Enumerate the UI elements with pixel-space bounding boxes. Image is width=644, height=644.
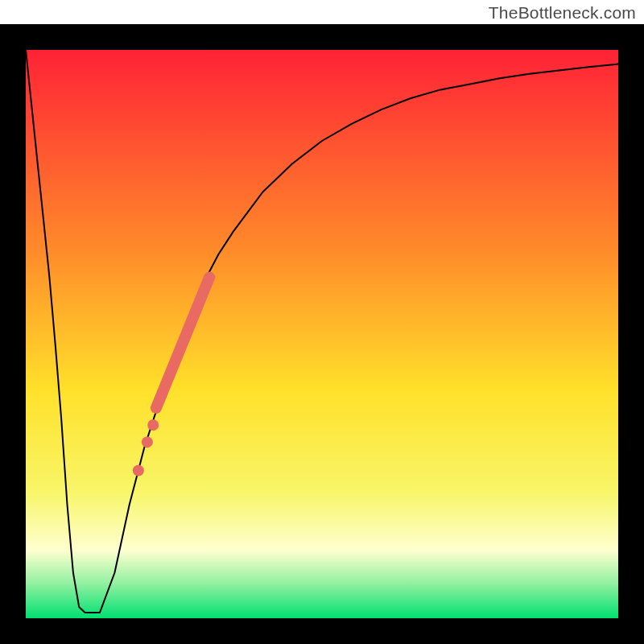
bottleneck-chart: [0, 0, 644, 644]
plot-area: [26, 50, 618, 618]
plot-background: [26, 50, 618, 618]
highlight-dot: [147, 419, 159, 431]
highlight-dot: [142, 436, 153, 448]
chart-stage: TheBottleneck.com: [0, 0, 644, 644]
highlight-dot: [133, 464, 144, 476]
watermark-text: TheBottleneck.com: [489, 3, 636, 23]
